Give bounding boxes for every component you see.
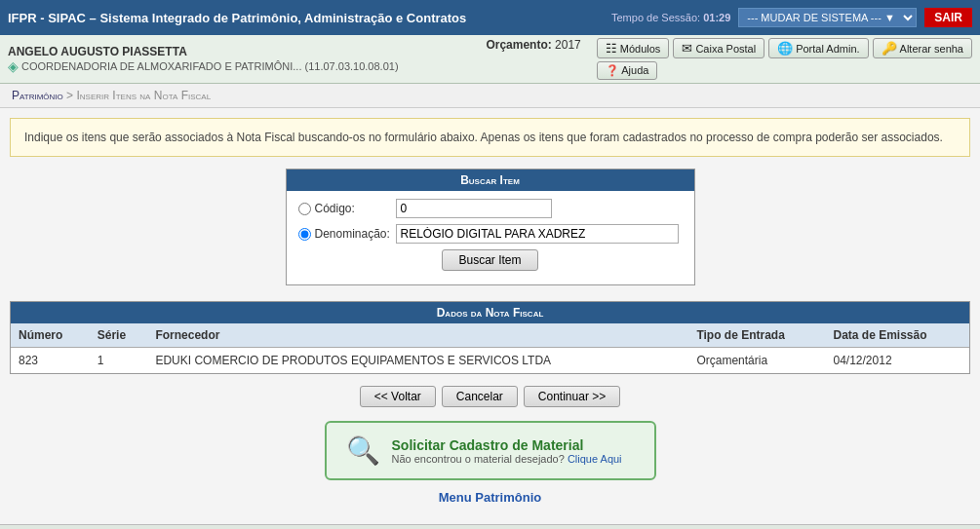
breadcrumb-separator: > <box>66 89 76 102</box>
col-fornecedor: Fornecedor <box>147 323 688 348</box>
table-row: 823 1 EDUKI COMERCIO DE PRODUTOS EQUIPAM… <box>11 348 969 374</box>
system-select[interactable]: --- MUDAR DE SISTEMA --- ▼ <box>738 8 917 27</box>
col-data: Data de Emissão <box>826 323 970 348</box>
solicitar-title: Solicitar Cadastro de Material <box>392 437 622 453</box>
col-tipo: Tipo de Entrada <box>688 323 825 348</box>
search-section: Buscar Item Código: <box>10 169 970 285</box>
caixa-postal-button[interactable]: ✉ Caixa Postal <box>673 38 764 58</box>
header-buttons: ☷ Módulos ✉ Caixa Postal 🌐 Portal Admin.… <box>597 38 972 80</box>
main-content: Indique os itens que serão associados à … <box>0 108 980 524</box>
col-numero: Número <box>11 323 90 348</box>
cancelar-button[interactable]: Cancelar <box>442 386 518 407</box>
dados-title: Dados da Nota Fiscal <box>11 302 969 323</box>
user-info: ANGELO AUGUSTO PIASSETTA ◈ COORDENADORIA… <box>8 45 399 74</box>
search-table: Buscar Item Código: <box>286 169 695 285</box>
col-serie: Série <box>90 323 148 348</box>
footer: SIPAC | DTIC - Diretoria de Tecnologia d… <box>0 524 980 529</box>
buscar-btn-row: Buscar Item <box>298 249 683 277</box>
solicitar-box: 🔍 Solicitar Cadastro de Material Não enc… <box>10 421 970 480</box>
senha-icon: 🔑 <box>882 41 897 56</box>
header-right: Tempo de Sessão: 01:29 --- MUDAR DE SIST… <box>611 8 972 27</box>
denominacao-row: Denominação: <box>298 224 683 244</box>
codigo-row: Código: <box>298 199 683 218</box>
breadcrumb-patrimonio[interactable]: Patrimônio <box>12 89 63 102</box>
cell-data: 04/12/2012 <box>826 348 970 374</box>
ajuda-icon: ❓ <box>606 64 619 76</box>
denominacao-input[interactable] <box>396 224 679 244</box>
info-box: Indique os itens que serão associados à … <box>10 118 970 157</box>
app-title: IFPR - SIPAC – Sistema Integrado de Patr… <box>8 11 466 25</box>
codigo-input[interactable] <box>396 199 552 218</box>
btn-group-bottom: ❓ Ajuda <box>597 61 972 80</box>
solicitar-icon: 🔍 <box>346 435 380 467</box>
denominacao-radio[interactable] <box>298 228 311 241</box>
search-title: Buscar Item <box>286 170 694 192</box>
modulos-icon: ☷ <box>606 41 617 56</box>
voltar-button[interactable]: << Voltar <box>360 386 436 407</box>
buscar-item-button[interactable]: Buscar Item <box>442 249 537 271</box>
codigo-label: Código: <box>298 202 396 215</box>
user-bar-right: Orçamento: 2017 ☷ Módulos ✉ Caixa Postal… <box>486 38 972 80</box>
cell-fornecedor: EDUKI COMERCIO DE PRODUTOS EQUIPAMENTOS … <box>147 348 688 374</box>
dados-section: Dados da Nota Fiscal Número Série Fornec… <box>10 301 970 374</box>
cell-serie: 1 <box>90 348 148 374</box>
solicitar-text: Solicitar Cadastro de Material Não encon… <box>392 437 622 465</box>
header: IFPR - SIPAC – Sistema Integrado de Patr… <box>0 0 980 35</box>
menu-link: Menu Patrimônio <box>10 490 970 505</box>
dept-icon: ◈ <box>8 58 19 74</box>
continuar-button[interactable]: Continuar >> <box>524 386 620 407</box>
cell-tipo: Orçamentária <box>688 348 825 374</box>
action-buttons: << Voltar Cancelar Continuar >> <box>10 386 970 407</box>
alterar-senha-button[interactable]: 🔑 Alterar senha <box>873 38 972 58</box>
dados-table: Número Série Fornecedor Tipo de Entrada … <box>11 323 969 373</box>
solicitar-inner: 🔍 Solicitar Cadastro de Material Não enc… <box>325 421 656 480</box>
search-body: Código: Denominação: Busca <box>286 191 694 285</box>
denominacao-label: Denominação: <box>298 227 396 241</box>
breadcrumb: Patrimônio > Inserir Itens na Nota Fisca… <box>12 89 968 102</box>
orcamento: Orçamento: 2017 <box>486 38 580 52</box>
user-bar: ANGELO AUGUSTO PIASSETTA ◈ COORDENADORIA… <box>0 35 980 84</box>
modulos-button[interactable]: ☷ Módulos <box>597 38 670 58</box>
info-text: Indique os itens que serão associados à … <box>24 131 943 144</box>
portal-icon: 🌐 <box>777 41 793 56</box>
sair-button[interactable]: SAIR <box>924 8 972 27</box>
caixa-postal-icon: ✉ <box>682 41 692 56</box>
cell-numero: 823 <box>11 348 90 374</box>
portal-admin-button[interactable]: 🌐 Portal Admin. <box>768 38 868 58</box>
session-time: Tempo de Sessão: 01:29 <box>611 12 730 23</box>
ajuda-button[interactable]: ❓ Ajuda <box>597 61 658 80</box>
btn-group-top: ☷ Módulos ✉ Caixa Postal 🌐 Portal Admin.… <box>597 38 972 58</box>
solicitar-link[interactable]: Clique Aqui <box>568 453 622 465</box>
menu-patrimonio-link[interactable]: Menu Patrimônio <box>439 490 541 505</box>
solicitar-subtitle: Não encontrou o material desejado? Cliqu… <box>392 453 622 465</box>
user-dept: ◈ COORDENADORIA DE ALMOXARIFADO E PATRIM… <box>8 58 399 74</box>
breadcrumb-bar: Patrimônio > Inserir Itens na Nota Fisca… <box>0 84 980 108</box>
codigo-radio[interactable] <box>298 203 311 215</box>
breadcrumb-current: Inserir Itens na Nota Fiscal <box>76 89 211 102</box>
user-name: ANGELO AUGUSTO PIASSETTA <box>8 45 399 58</box>
